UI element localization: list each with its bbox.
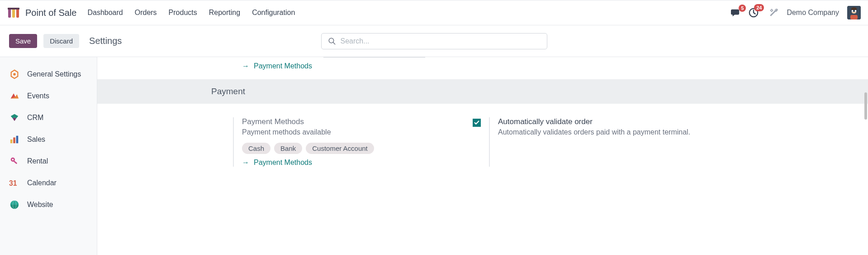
- payment-method-tags[interactable]: Cash Bank Customer Account: [242, 143, 468, 154]
- tag-customer-account[interactable]: Customer Account: [306, 143, 374, 154]
- website-icon: [9, 199, 20, 210]
- auto-validate-checkbox[interactable]: [473, 119, 481, 127]
- nav-products[interactable]: Products: [169, 9, 197, 17]
- sidebar-item-sales[interactable]: Sales: [0, 129, 97, 150]
- sidebar-item-label: Rental: [27, 157, 48, 165]
- rental-key-icon: [9, 156, 20, 167]
- section-header-payment: Payment: [97, 79, 868, 104]
- save-button[interactable]: Save: [9, 34, 37, 48]
- sidebar-item-label: Events: [27, 92, 49, 100]
- svg-point-6: [855, 10, 857, 12]
- svg-rect-0: [8, 8, 19, 10]
- calendar-icon: 31: [9, 178, 20, 188]
- setting-title: Payment Methods: [242, 117, 468, 126]
- settings-sidebar: General Settings Events CRM Sales Rental: [0, 57, 97, 255]
- svg-rect-12: [13, 137, 15, 143]
- app-logo-icon: [7, 7, 21, 19]
- tools-icon[interactable]: [769, 8, 778, 17]
- company-selector[interactable]: Demo Company: [787, 9, 839, 17]
- navbar-left: Point of Sale Dashboard Orders Products …: [7, 7, 730, 19]
- main: General Settings Events CRM Sales Rental: [0, 57, 868, 255]
- svg-rect-7: [850, 15, 858, 19]
- top-navbar: Point of Sale Dashboard Orders Products …: [0, 0, 868, 25]
- sidebar-item-events[interactable]: Events: [0, 85, 97, 107]
- tag-bank[interactable]: Bank: [274, 143, 302, 154]
- nav-orders[interactable]: Orders: [135, 9, 157, 17]
- crm-icon: [9, 112, 20, 123]
- search-input[interactable]: [341, 37, 541, 45]
- arrow-right-icon: →: [242, 159, 249, 167]
- user-avatar[interactable]: [847, 6, 861, 19]
- app-name: Point of Sale: [25, 8, 76, 18]
- scrollbar-thumb[interactable]: [864, 92, 867, 120]
- activities-icon[interactable]: 24: [749, 8, 759, 18]
- check-icon: [474, 120, 480, 126]
- control-bar: Save Discard Settings: [0, 25, 868, 57]
- setting-auto-validate: Automatically validate order Automatical…: [468, 117, 850, 167]
- page-title: Settings: [89, 36, 122, 46]
- svg-text:31: 31: [9, 179, 17, 187]
- sidebar-item-crm[interactable]: CRM: [0, 107, 97, 129]
- tag-cash[interactable]: Cash: [242, 143, 270, 154]
- search-box[interactable]: [321, 33, 547, 49]
- sidebar-item-label: CRM: [27, 114, 43, 122]
- sidebar-item-label: Website: [27, 201, 53, 209]
- sidebar-item-calendar[interactable]: 31 Calendar: [0, 172, 97, 194]
- input-underline: [323, 57, 425, 58]
- svg-line-9: [333, 42, 335, 44]
- arrow-right-icon: →: [242, 62, 249, 70]
- svg-point-10: [13, 73, 16, 76]
- svg-rect-16: [13, 160, 17, 164]
- setting-desc: Automatically validates orders paid with…: [498, 128, 690, 136]
- sidebar-item-label: Calendar: [27, 179, 57, 187]
- sales-icon: [9, 134, 20, 145]
- svg-rect-13: [16, 136, 19, 144]
- activities-badge: 24: [754, 4, 764, 11]
- search-icon: [328, 37, 336, 45]
- settings-grid: Payment Methods Payment methods availabl…: [97, 104, 868, 171]
- payment-methods-link[interactable]: → Payment Methods: [242, 159, 468, 167]
- sidebar-item-label: Sales: [27, 135, 45, 144]
- settings-content: → Payment Methods Payment Payment Method…: [97, 57, 868, 255]
- navbar-right: 5 24 Demo Company: [730, 6, 861, 19]
- sidebar-item-label: General Settings: [27, 70, 81, 78]
- svg-point-5: [852, 10, 854, 12]
- setting-payment-methods: Payment Methods Payment methods availabl…: [233, 117, 468, 167]
- scrollbar[interactable]: [864, 92, 868, 255]
- sidebar-item-website[interactable]: Website: [0, 194, 97, 216]
- nav-menu: Dashboard Orders Products Reporting Conf…: [87, 9, 295, 17]
- svg-point-15: [12, 159, 14, 161]
- link-label: Payment Methods: [254, 62, 312, 70]
- nav-configuration[interactable]: Configuration: [252, 9, 295, 17]
- nav-dashboard[interactable]: Dashboard: [87, 9, 123, 17]
- payment-methods-link-top[interactable]: → Payment Methods: [97, 60, 868, 79]
- sidebar-item-rental[interactable]: Rental: [0, 150, 97, 172]
- events-icon: [9, 91, 20, 101]
- setting-title: Automatically validate order: [498, 117, 690, 126]
- prev-section-tail: → Payment Methods: [97, 57, 868, 79]
- messages-badge: 5: [739, 5, 746, 12]
- messages-icon[interactable]: 5: [730, 8, 740, 17]
- link-label: Payment Methods: [254, 159, 312, 167]
- setting-desc: Payment methods available: [242, 128, 468, 136]
- gear-hex-icon: [9, 69, 20, 80]
- nav-reporting[interactable]: Reporting: [209, 9, 240, 17]
- discard-button[interactable]: Discard: [43, 34, 79, 48]
- sidebar-item-general[interactable]: General Settings: [0, 63, 97, 85]
- app-brand[interactable]: Point of Sale: [7, 7, 76, 19]
- svg-rect-11: [10, 140, 13, 143]
